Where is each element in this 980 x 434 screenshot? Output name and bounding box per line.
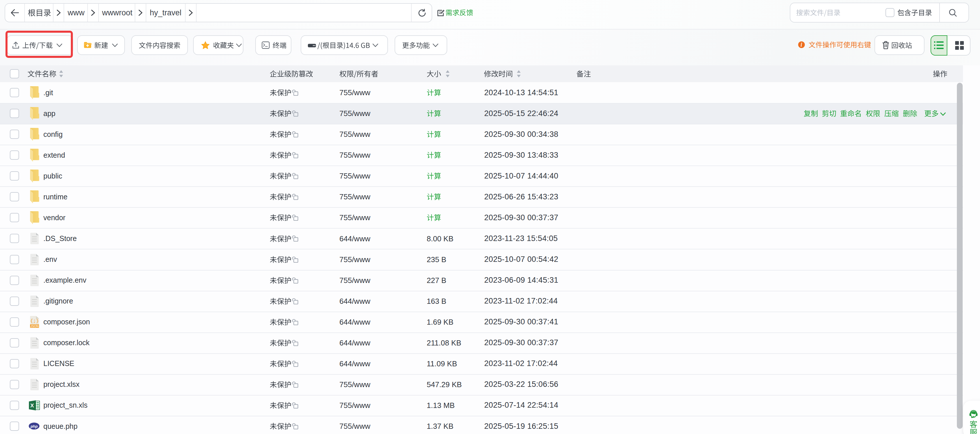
svg-text:X: X [30,402,34,408]
svg-text:{;}: {;} [30,318,39,324]
svg-text:php: php [30,424,38,429]
svg-text:JSON: JSON [30,324,38,328]
